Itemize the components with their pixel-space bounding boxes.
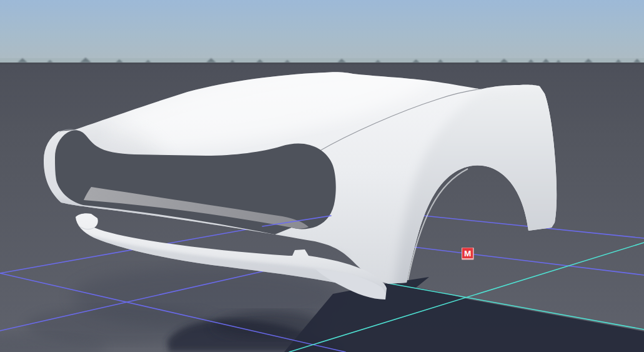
marker-m-badge[interactable]: M [462, 248, 474, 260]
horizon-line [0, 63, 644, 64]
sky [0, 0, 644, 63]
3d-viewport[interactable]: M [0, 0, 644, 352]
sky-gradient [0, 0, 644, 63]
marker-badge-label: M [464, 249, 471, 258]
